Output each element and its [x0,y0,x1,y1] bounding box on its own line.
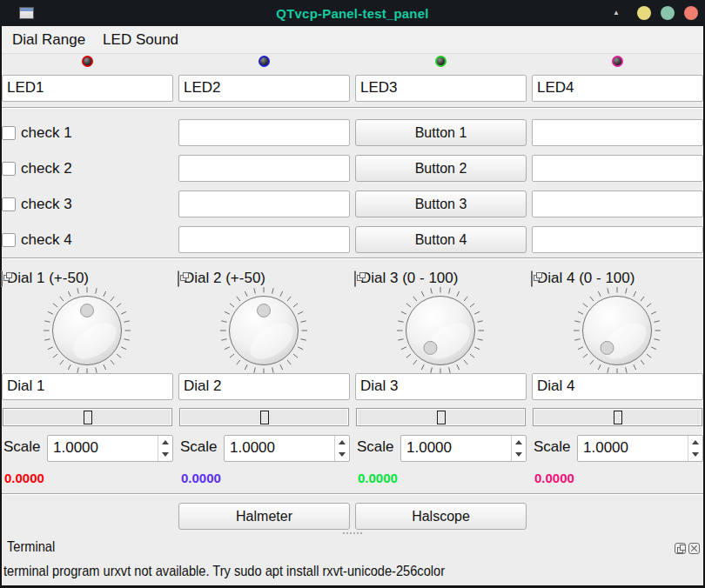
missing-glyph-icon [84,411,92,424]
scale-label: Scale [3,438,41,456]
dial-knob[interactable] [216,283,312,378]
checkbox-label: check 1 [21,124,72,142]
entry-input-3[interactable] [178,190,350,217]
missing-glyph-icon [260,411,269,424]
missing-glyph-icon [614,411,622,424]
spinbox-value[interactable]: 1.0000 [225,436,334,461]
entry-input-1[interactable] [178,119,350,146]
dial-bar [533,408,702,426]
spin-up-button[interactable] [158,436,172,449]
checkbox-label: check 2 [21,160,72,177]
checkbox-box [2,126,16,140]
led-name-input-4[interactable]: LED4 [532,75,703,102]
spin-down-button[interactable] [335,449,349,462]
dial-bar [356,408,526,426]
value-readout: 0.0000 [181,471,221,485]
right-entry-input-1[interactable] [532,119,703,146]
right-entry-input-3[interactable] [532,190,703,217]
spinbox-value[interactable]: 1.0000 [578,436,688,461]
button-1[interactable]: Button 1 [355,119,527,146]
arrow-down-icon [339,452,346,457]
halscope-button[interactable]: Halscope [355,503,527,530]
splitter-handle[interactable] [343,532,362,534]
led-name-input-1[interactable]: LED1 [2,75,173,102]
led-name-input-2[interactable]: LED2 [178,75,350,102]
entry-input-4[interactable] [178,226,350,253]
checkbox-check-2[interactable]: check 2 [2,155,72,182]
value-readout: 0.0000 [358,471,398,485]
button-3[interactable]: Button 3 [355,190,527,217]
window-button-minimize[interactable] [637,6,651,20]
dial-name-input[interactable]: Dial 2 [178,373,350,400]
led-name-input-3[interactable]: LED3 [355,75,527,102]
dial-column-1: Dial 1 (+-50) Dial 1 Scale 1.0000 0.0000 [2,268,173,492]
button-2[interactable]: Button 2 [355,155,527,182]
spinbox-buttons [158,436,172,461]
dial-knob[interactable] [39,283,135,378]
dock-float-icon[interactable] [675,543,686,554]
scale-label: Scale [534,438,571,456]
window-icon [19,7,34,19]
menu-item-dial-range[interactable]: Dial Range [5,29,92,51]
dial-name-input[interactable]: Dial 1 [2,373,173,400]
spin-down-button[interactable] [688,449,702,462]
dial-knob[interactable] [393,283,488,378]
right-entry-input-4[interactable] [532,226,703,253]
spin-down-button[interactable] [158,449,172,462]
menubar: Dial Range LED Sound [2,26,703,54]
spinbox-buttons [511,436,526,461]
missing-glyph-icon [437,411,446,424]
terminal-output: terminal program urxvt not available. Tr… [3,563,517,580]
window-title: QTvcp-Panel-test_panel [0,6,705,21]
led-indicator-4 [612,56,623,67]
dial-name-input[interactable]: Dial 3 [355,373,527,400]
spin-up-button[interactable] [688,436,702,449]
spin-up-button[interactable] [512,436,526,449]
terminal-dock-title: Terminal [7,538,63,556]
scale-spinbox[interactable]: 1.0000 [400,435,527,462]
shade-button[interactable]: ▲ [611,9,621,17]
arrow-down-icon [515,452,522,457]
entry-input-2[interactable] [178,155,350,182]
scale-spinbox[interactable]: 1.0000 [577,435,703,462]
window-button-close[interactable] [684,6,698,20]
terminal-title: Terminal [7,538,55,556]
button-4[interactable]: Button 4 [355,226,527,253]
dial-knob[interactable] [569,283,665,378]
spin-up-button[interactable] [335,436,349,449]
checkbox-box [2,233,16,247]
right-entry-input-2[interactable] [532,155,703,182]
separator [2,493,703,495]
window-button-maximize[interactable] [661,6,675,20]
arrow-down-icon [162,452,169,457]
spinbox-value[interactable]: 1.0000 [401,436,511,461]
spin-down-button[interactable] [512,449,526,462]
detach-icon[interactable] [178,271,179,287]
detach-icon[interactable] [354,271,356,287]
triangle-icon: ▲ [613,9,620,17]
scale-label: Scale [357,438,394,456]
dial-name-input[interactable]: Dial 4 [532,373,703,400]
led-indicator-3 [435,56,446,67]
checkbox-check-3[interactable]: check 3 [2,190,72,217]
arrow-up-icon [339,440,346,444]
menu-item-led-sound[interactable]: LED Sound [96,29,185,51]
dock-close-icon[interactable] [688,543,700,554]
spinbox-buttons [334,436,349,461]
separator [2,107,703,109]
scale-label: Scale [180,438,218,456]
spinbox-value[interactable]: 1.0000 [48,436,158,461]
arrow-down-icon [692,452,699,457]
checkbox-box [2,162,16,176]
window-body: Dial Range LED Sound LED1 LED2 LED3 LED4… [0,26,705,588]
scale-spinbox[interactable]: 1.0000 [47,435,173,462]
scale-spinbox[interactable]: 1.0000 [224,435,350,462]
checkbox-check-1[interactable]: check 1 [2,119,72,146]
checkbox-check-4[interactable]: check 4 [2,226,72,253]
led-indicator-1 [82,56,93,67]
halmeter-button[interactable]: Halmeter [178,503,350,530]
detach-icon[interactable] [531,271,533,287]
dial-column-2: Dial 2 (+-50) Dial 2 Scale 1.0000 0.0000 [178,268,350,492]
detach-icon[interactable] [1,271,3,287]
dial-column-3: Dial 3 (0 - 100) Dial 3 Scale 1.0000 0.0… [355,268,527,492]
